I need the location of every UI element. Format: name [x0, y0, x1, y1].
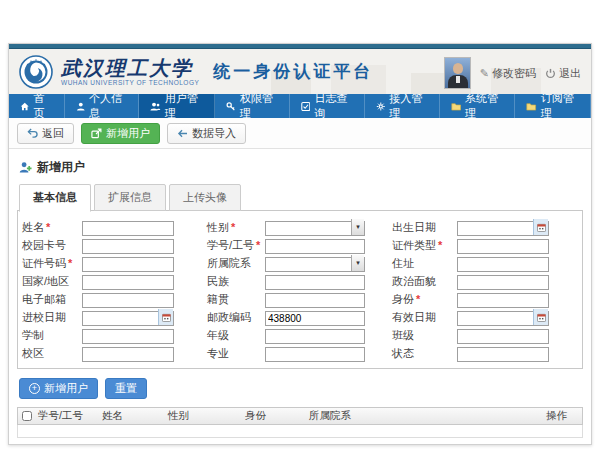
campus-input[interactable] — [82, 347, 174, 362]
add-user-toolbar-button[interactable]: 新增用户 — [81, 123, 160, 144]
nav-item-permission-management[interactable]: 权限管理 — [215, 94, 290, 118]
birth-date-label: 出生日期 — [392, 220, 457, 235]
back-button[interactable]: 返回 — [17, 123, 74, 144]
folder-icon — [451, 101, 461, 112]
schooling-length-input[interactable] — [82, 329, 174, 344]
col-name: 姓名 — [100, 409, 166, 423]
gender-label: 性别* — [207, 220, 265, 235]
university-name: 武汉理工大学 — [61, 58, 199, 78]
calendar-icon[interactable] — [158, 309, 173, 325]
major-input[interactable] — [265, 347, 365, 362]
postal-code-input[interactable] — [265, 311, 365, 326]
status-input[interactable] — [457, 347, 549, 362]
postal-code-label: 邮政编码 — [207, 310, 265, 325]
name-input[interactable] — [82, 221, 174, 236]
political-status-input[interactable] — [457, 275, 549, 290]
major-label: 专业 — [207, 346, 265, 361]
address-input[interactable] — [457, 257, 549, 272]
grade-input[interactable] — [265, 329, 365, 344]
add-user-submit-button[interactable]: + 新增用户 — [19, 378, 98, 399]
user-avatar[interactable] — [444, 57, 471, 89]
main-content: 新增用户 基本信息 扩展信息 上传头像 姓名* 性别* ▾ 出生日期 校园卡号 … — [9, 149, 591, 444]
class-input[interactable] — [457, 329, 549, 344]
col-gender: 性别 — [166, 409, 243, 423]
student-id-label: 学号/工号* — [207, 238, 265, 253]
id-number-label: 证件号码* — [22, 256, 82, 271]
nav-item-subscription-management[interactable]: 订阅管理 — [515, 94, 591, 118]
nav-item-personal-info[interactable]: 个人信息 — [65, 94, 140, 118]
enrollment-date-label: 进校日期 — [22, 310, 82, 325]
header: 武汉理工大学 WUHAN UNIVERSITY OF TECHNOLOGY 统一… — [9, 49, 591, 94]
section-title-row: 新增用户 — [19, 159, 583, 176]
data-import-label: 数据导入 — [192, 127, 236, 140]
department-label: 所属院系 — [207, 256, 265, 271]
back-label: 返回 — [42, 127, 64, 140]
ethnicity-label: 民族 — [207, 274, 265, 289]
gender-select[interactable] — [265, 221, 365, 236]
folder-icon — [526, 101, 536, 112]
home-icon — [20, 101, 30, 112]
main-nav: 首页 个人信息 用户管理 权限管理 日志查询 — [9, 94, 591, 118]
class-label: 班级 — [392, 328, 457, 343]
nav-item-access-management[interactable]: 接入管理 — [365, 94, 440, 118]
key-icon — [226, 101, 236, 112]
name-label: 姓名* — [22, 220, 82, 235]
data-import-button[interactable]: 数据导入 — [167, 123, 246, 144]
tab-upload-avatar[interactable]: 上传头像 — [169, 184, 241, 211]
form-tabs: 基本信息 扩展信息 上传头像 — [19, 184, 583, 211]
political-status-label: 政治面貌 — [392, 274, 457, 289]
email-label: 电子邮箱 — [22, 292, 82, 307]
university-name-en: WUHAN UNIVERSITY OF TECHNOLOGY — [61, 79, 199, 86]
student-id-input[interactable] — [265, 239, 365, 254]
email-input[interactable] — [82, 293, 174, 308]
nav-item-user-management[interactable]: 用户管理 — [139, 94, 215, 118]
power-icon — [545, 68, 556, 79]
form-actions: + 新增用户 重置 — [19, 378, 583, 399]
reset-label: 重置 — [115, 382, 137, 395]
nav-item-home[interactable]: 首页 — [9, 94, 65, 118]
native-place-input[interactable] — [265, 293, 365, 308]
nav-item-log-query[interactable]: 日志查询 — [290, 94, 365, 118]
auth-platform-window: 武汉理工大学 WUHAN UNIVERSITY OF TECHNOLOGY 统一… — [8, 43, 592, 445]
nav-item-system-management[interactable]: 系统管理 — [440, 94, 516, 118]
log-check-icon — [301, 101, 311, 112]
select-all-checkbox[interactable] — [22, 411, 32, 421]
department-select[interactable] — [265, 257, 365, 272]
user-icon — [76, 101, 86, 112]
native-place-label: 籍贯 — [207, 292, 265, 307]
change-password-link[interactable]: ✎ 修改密码 — [480, 66, 536, 81]
reset-button[interactable]: 重置 — [105, 378, 147, 399]
import-arrow-icon — [177, 129, 188, 138]
id-type-input[interactable] — [457, 239, 549, 254]
valid-date-label: 有效日期 — [392, 310, 457, 325]
country-region-label: 国家/地区 — [22, 274, 82, 289]
basic-info-form: 姓名* 性别* ▾ 出生日期 校园卡号 学号/工号* 证件类型* 证件号码* — [17, 210, 583, 369]
logout-link[interactable]: 退出 — [545, 66, 581, 81]
country-region-input[interactable] — [82, 275, 174, 290]
campus-label: 校区 — [22, 346, 82, 361]
plus-circle-icon: + — [29, 383, 40, 394]
col-department: 所属院系 — [307, 409, 544, 423]
col-student-id: 学号/工号 — [36, 409, 100, 423]
section-title: 新增用户 — [37, 159, 85, 176]
empty-table-row — [17, 425, 583, 438]
add-user-icon — [91, 128, 102, 139]
campus-card-input[interactable] — [82, 239, 174, 254]
col-operation: 操作 — [544, 409, 582, 423]
calendar-icon[interactable] — [533, 309, 548, 325]
users-icon — [150, 101, 160, 112]
add-user-submit-label: 新增用户 — [44, 382, 88, 395]
ethnicity-input[interactable] — [265, 275, 365, 290]
address-label: 住址 — [392, 256, 457, 271]
tab-basic-info[interactable]: 基本信息 — [19, 184, 91, 212]
calendar-icon[interactable] — [533, 219, 548, 235]
chevron-down-icon[interactable]: ▾ — [351, 255, 364, 271]
id-number-input[interactable] — [82, 257, 174, 272]
identity-input[interactable] — [457, 293, 549, 308]
user-table-header: 学号/工号 姓名 性别 身份 所属院系 操作 — [17, 407, 583, 425]
tab-extended-info[interactable]: 扩展信息 — [94, 184, 166, 211]
add-user-section-icon — [19, 161, 32, 174]
schooling-length-label: 学制 — [22, 328, 82, 343]
university-title-block: 武汉理工大学 WUHAN UNIVERSITY OF TECHNOLOGY — [61, 58, 199, 86]
chevron-down-icon[interactable]: ▾ — [351, 219, 364, 235]
